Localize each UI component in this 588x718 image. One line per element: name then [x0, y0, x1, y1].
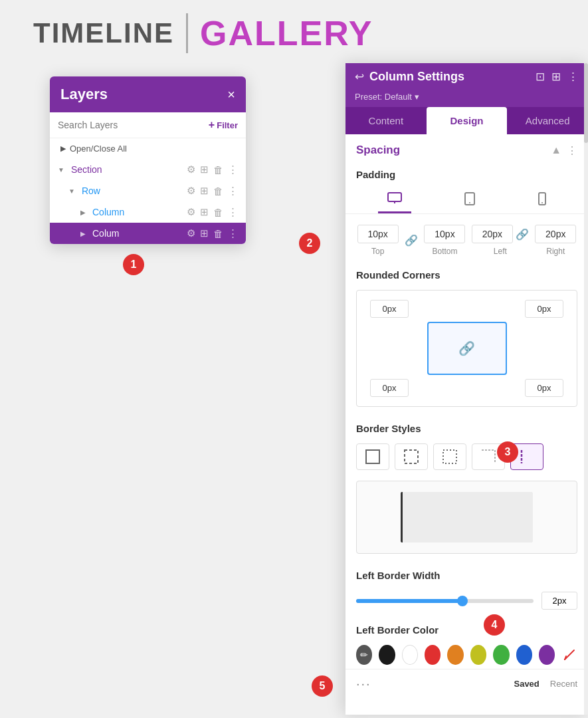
mobile-icon: [538, 192, 546, 205]
corner-top-right-input[interactable]: [525, 300, 563, 318]
desktop-icon: [387, 192, 402, 204]
color-swatch-purple[interactable]: [539, 645, 555, 665]
svg-rect-7: [366, 450, 379, 463]
layers-close-button[interactable]: ×: [227, 87, 235, 102]
border-style-dashed-btn[interactable]: [395, 443, 428, 470]
filter-label: Filter: [217, 120, 238, 130]
settings-back-icon[interactable]: ↩: [355, 70, 364, 84]
col1-duplicate-icon[interactable]: ⊞: [200, 206, 209, 218]
padding-bottom-input[interactable]: [424, 225, 465, 243]
tab-content[interactable]: Content: [345, 107, 427, 134]
layers-title: Layers: [60, 86, 108, 103]
spacing-section-header: Spacing ▲ ⋮: [345, 134, 588, 161]
layer-item-row[interactable]: ▼ Row ⚙ ⊞ 🗑 ⋮: [50, 180, 246, 201]
color-swatch-orange[interactable]: [447, 645, 463, 665]
col2-delete-icon[interactable]: 🗑: [213, 228, 223, 239]
step-badge-4: 4: [484, 614, 505, 636]
settings-topbar: ↩ Column Settings ⊡ ⊞ ⋮: [345, 63, 588, 90]
scrollbar-thumb[interactable]: [584, 63, 588, 143]
settings-columns-icon[interactable]: ⊞: [551, 70, 561, 84]
settings-preset-label[interactable]: Preset: Default: [355, 92, 412, 102]
row-expand-icon[interactable]: ▼: [68, 187, 75, 195]
corner-top-left-input[interactable]: [370, 300, 409, 318]
color-swatch-red[interactable]: [425, 645, 441, 665]
layer-item-column1[interactable]: ▶ Column ⚙ ⊞ 🗑 ⋮: [50, 201, 246, 223]
layers-filter-button[interactable]: + Filter: [209, 119, 238, 131]
border-style-dotted-btn[interactable]: [433, 443, 466, 470]
spacing-collapse-icon[interactable]: ▲: [551, 144, 561, 156]
padding-left-label: Left: [494, 247, 507, 256]
corner-bottom-left-input[interactable]: [370, 379, 409, 397]
col2-more-icon[interactable]: ⋮: [228, 227, 238, 239]
logo-divider: [186, 13, 188, 53]
col1-settings-icon[interactable]: ⚙: [187, 206, 195, 218]
col1-more-icon[interactable]: ⋮: [228, 206, 238, 218]
color-swatch-blue[interactable]: [516, 645, 532, 665]
settings-content: Spacing ▲ ⋮ Padding: [345, 134, 588, 698]
padding-link-icon[interactable]: 🔗: [405, 234, 418, 247]
col1-icons: ⚙ ⊞ 🗑 ⋮: [187, 206, 238, 218]
row-more-icon[interactable]: ⋮: [228, 185, 238, 197]
section-duplicate-icon[interactable]: ⊞: [200, 164, 209, 176]
settings-topbar-icons: ⊡ ⊞ ⋮: [536, 70, 579, 84]
left-border-width-input[interactable]: [541, 592, 577, 610]
bottom-dots[interactable]: ···: [356, 676, 371, 691]
section-expand-icon[interactable]: ▼: [58, 166, 64, 174]
color-swatch-white[interactable]: [402, 645, 418, 665]
rounded-corners-label: Rounded Corners: [345, 261, 588, 285]
left-border-width-label: Left Border Width: [345, 562, 588, 585]
left-border-width-slider-row: [345, 585, 588, 616]
padding-left-input[interactable]: [472, 225, 513, 243]
spacing-more-icon[interactable]: ⋮: [567, 144, 577, 157]
padding-top-label: Top: [371, 247, 384, 256]
padding-label: Padding: [345, 161, 588, 184]
padding-top-input[interactable]: [357, 225, 399, 243]
device-tab-mobile[interactable]: [529, 189, 555, 213]
logo-gallery: GALLERY: [200, 13, 373, 53]
layers-open-close[interactable]: ▶ Open/Close All: [50, 138, 246, 159]
color-swatch-black[interactable]: [379, 645, 395, 665]
open-close-label: Open/Close All: [70, 144, 127, 154]
padding-left-link-icon[interactable]: 🔗: [516, 228, 529, 241]
layer-item-column2[interactable]: ▶ Colum ⚙ ⊞ 🗑 ⋮: [50, 223, 246, 244]
tab-design[interactable]: Design: [427, 107, 508, 134]
col1-label: Column: [92, 207, 183, 217]
col2-expand-icon[interactable]: ▶: [80, 230, 86, 237]
svg-point-6: [541, 202, 543, 203]
section-settings-icon[interactable]: ⚙: [187, 164, 195, 176]
svg-rect-9: [443, 450, 456, 463]
settings-more-icon[interactable]: ⋮: [567, 70, 579, 84]
settings-resize-icon[interactable]: ⊡: [536, 70, 545, 84]
section-label: Section: [71, 164, 183, 175]
layers-search-input[interactable]: [58, 120, 203, 130]
padding-right-group: Right: [535, 225, 576, 256]
svg-point-4: [469, 202, 470, 203]
section-delete-icon[interactable]: 🗑: [213, 164, 223, 176]
color-swatch-yellow[interactable]: [470, 645, 486, 665]
color-picker-swatch[interactable]: ✏: [356, 645, 372, 665]
corner-link-icon[interactable]: 🔗: [458, 340, 475, 356]
col1-delete-icon[interactable]: 🗑: [213, 207, 223, 218]
svg-line-13: [565, 650, 574, 659]
col2-duplicate-icon[interactable]: ⊞: [200, 227, 209, 239]
left-border-width-thumb[interactable]: [457, 596, 468, 606]
rounded-corners-grid: 🔗: [356, 290, 577, 407]
section-more-icon[interactable]: ⋮: [228, 164, 238, 176]
row-duplicate-icon[interactable]: ⊞: [200, 185, 209, 197]
color-swatch-green[interactable]: [493, 645, 509, 665]
corner-bottom-right-input[interactable]: [525, 379, 563, 397]
row-label: Row: [82, 185, 183, 196]
layer-item-section[interactable]: ▼ Section ⚙ ⊞ 🗑 ⋮: [50, 159, 246, 180]
padding-right-input[interactable]: [535, 225, 576, 243]
device-tab-desktop[interactable]: [378, 189, 411, 213]
bottom-recent-label[interactable]: Recent: [550, 679, 577, 689]
device-tab-tablet[interactable]: [455, 189, 484, 213]
row-settings-icon[interactable]: ⚙: [187, 185, 195, 197]
tab-advanced[interactable]: Advanced: [507, 107, 588, 134]
row-delete-icon[interactable]: 🗑: [213, 185, 223, 197]
pencil-edit-icon[interactable]: [561, 645, 577, 665]
col1-expand-icon[interactable]: ▶: [80, 209, 86, 216]
col2-settings-icon[interactable]: ⚙: [187, 227, 195, 239]
border-style-solid-btn[interactable]: [356, 443, 389, 470]
step-badge-1: 1: [123, 254, 144, 275]
